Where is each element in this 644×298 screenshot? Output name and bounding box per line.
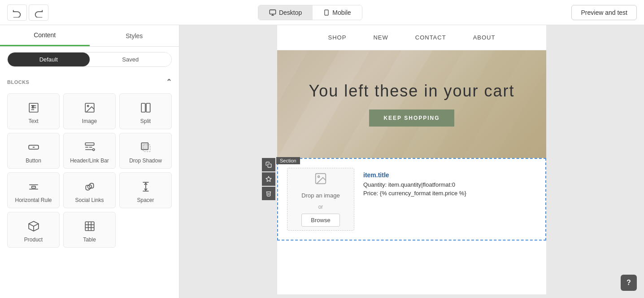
section-actions bbox=[262, 158, 275, 200]
hr-block-label: Horizontal Rule bbox=[15, 197, 52, 203]
table-block-icon bbox=[84, 219, 96, 233]
image-block-label: Image bbox=[82, 118, 97, 124]
section-label: Section bbox=[276, 157, 300, 164]
mobile-label: Mobile bbox=[332, 9, 351, 16]
hero-section: You left these in your cart KEEP SHOPPIN… bbox=[277, 50, 546, 158]
block-split[interactable]: Split bbox=[119, 93, 172, 129]
svg-line-32 bbox=[29, 224, 34, 226]
svg-rect-12 bbox=[141, 103, 145, 112]
text-block-label: Text bbox=[28, 118, 38, 124]
block-drop-shadow[interactable]: Drop Shadow bbox=[119, 133, 172, 169]
canvas: SHOP NEW CONTACT ABOUT You left these in… bbox=[179, 25, 644, 298]
nav-item-contact: CONTACT bbox=[415, 34, 446, 41]
product-block-icon bbox=[28, 219, 39, 233]
nav-item-new: NEW bbox=[373, 34, 388, 41]
spacer-block-icon bbox=[140, 180, 152, 193]
state-default-button[interactable]: Default bbox=[8, 53, 90, 66]
blocks-header: BLOCKS ⌃ bbox=[0, 72, 179, 90]
nav-item-about: ABOUT bbox=[473, 34, 496, 41]
product-title: item.title bbox=[363, 171, 536, 179]
desktop-label: Desktop bbox=[279, 9, 302, 16]
split-block-label: Split bbox=[140, 118, 151, 124]
spacer-block-label: Spacer bbox=[137, 197, 154, 203]
sidebar: Content Styles Default Saved BLOCKS ⌃ bbox=[0, 25, 179, 298]
drop-image-icon bbox=[314, 172, 327, 188]
drop-shadow-block-label: Drop Shadow bbox=[129, 158, 162, 164]
block-spacer[interactable]: Spacer bbox=[119, 172, 172, 208]
split-block-icon bbox=[140, 101, 152, 114]
social-block-label: Social Links bbox=[75, 197, 104, 203]
svg-rect-39 bbox=[268, 164, 271, 167]
section-copy-button[interactable] bbox=[262, 158, 275, 171]
desktop-view-button[interactable]: Desktop bbox=[258, 5, 313, 20]
blocks-grid: T Text Image bbox=[0, 90, 179, 251]
product-section: Drop an image or Browse item.title Quant… bbox=[277, 158, 546, 241]
header-block-label: Header/Link Bar bbox=[70, 158, 109, 164]
product-section-wrapper: Section bbox=[277, 158, 546, 241]
browse-button[interactable]: Browse bbox=[301, 214, 339, 227]
hero-title: You left these in your cart bbox=[309, 82, 515, 101]
help-label: ? bbox=[627, 279, 631, 287]
product-block-label: Product bbox=[24, 237, 43, 243]
drop-text: Drop an image bbox=[301, 192, 339, 200]
undo-button[interactable] bbox=[7, 4, 27, 21]
table-block-label: Table bbox=[83, 237, 96, 243]
svg-rect-25 bbox=[31, 186, 35, 188]
mobile-icon bbox=[323, 9, 330, 16]
state-buttons: Default Saved bbox=[7, 52, 172, 67]
svg-rect-0 bbox=[270, 10, 275, 14]
preview-label: Preview and test bbox=[581, 9, 627, 16]
svg-line-33 bbox=[34, 224, 39, 226]
redo-button[interactable] bbox=[29, 4, 48, 21]
help-button[interactable]: ? bbox=[621, 275, 637, 291]
block-table[interactable]: Table bbox=[63, 212, 116, 248]
view-switcher: Desktop Mobile bbox=[258, 5, 362, 20]
keep-shopping-button[interactable]: KEEP SHOPPING bbox=[369, 110, 454, 127]
preview-and-test-button[interactable]: Preview and test bbox=[571, 5, 637, 20]
toolbar-left bbox=[7, 4, 48, 21]
social-block-icon bbox=[84, 180, 96, 193]
block-image[interactable]: Image bbox=[63, 93, 116, 129]
svg-rect-34 bbox=[85, 222, 94, 231]
block-social-links[interactable]: Social Links bbox=[63, 172, 116, 208]
main-layout: Content Styles Default Saved BLOCKS ⌃ bbox=[0, 25, 644, 298]
svg-rect-13 bbox=[146, 103, 150, 112]
svg-point-42 bbox=[318, 176, 320, 178]
svg-point-11 bbox=[87, 105, 88, 107]
desktop-icon bbox=[269, 9, 276, 16]
svg-point-20 bbox=[92, 149, 94, 150]
drop-shadow-block-icon bbox=[140, 140, 152, 154]
hero-background bbox=[277, 50, 546, 158]
block-button[interactable]: Button bbox=[7, 133, 60, 169]
svg-text:T: T bbox=[31, 105, 34, 109]
section-delete-button[interactable] bbox=[262, 187, 275, 200]
nav-item-shop: SHOP bbox=[328, 34, 347, 41]
svg-rect-17 bbox=[85, 143, 94, 145]
button-block-label: Button bbox=[26, 158, 41, 164]
tab-styles[interactable]: Styles bbox=[90, 25, 179, 46]
svg-rect-22 bbox=[141, 143, 148, 149]
block-header-link-bar[interactable]: Header/Link Bar bbox=[63, 133, 116, 169]
drop-or-text: or bbox=[318, 204, 323, 210]
svg-rect-3 bbox=[325, 10, 328, 15]
blocks-title: BLOCKS bbox=[7, 79, 29, 85]
text-block-icon: T bbox=[28, 101, 39, 114]
toolbar: Desktop Mobile Preview and test bbox=[0, 0, 644, 25]
block-text[interactable]: T Text bbox=[7, 93, 60, 129]
mobile-view-button[interactable]: Mobile bbox=[313, 5, 361, 20]
product-details: item.title Quantity: item.quantity|float… bbox=[363, 168, 536, 231]
image-drop-zone[interactable]: Drop an image or Browse bbox=[287, 168, 354, 231]
hero-button-label: KEEP SHOPPING bbox=[383, 115, 439, 121]
product-quantity: Quantity: item.quantity|floatformat:0 bbox=[363, 181, 536, 188]
block-horizontal-rule[interactable]: Horizontal Rule bbox=[7, 172, 60, 208]
product-price: Price: {% currency_format item.price %} bbox=[363, 190, 536, 197]
block-product[interactable]: Product bbox=[7, 212, 60, 248]
image-block-icon bbox=[84, 101, 96, 114]
state-saved-button[interactable]: Saved bbox=[90, 53, 172, 66]
svg-marker-40 bbox=[266, 176, 271, 181]
blocks-collapse-icon[interactable]: ⌃ bbox=[166, 78, 172, 86]
sidebar-tabs: Content Styles bbox=[0, 25, 179, 47]
section-favorite-button[interactable] bbox=[262, 172, 275, 186]
email-nav: SHOP NEW CONTACT ABOUT bbox=[277, 25, 546, 50]
tab-content[interactable]: Content bbox=[0, 25, 90, 46]
